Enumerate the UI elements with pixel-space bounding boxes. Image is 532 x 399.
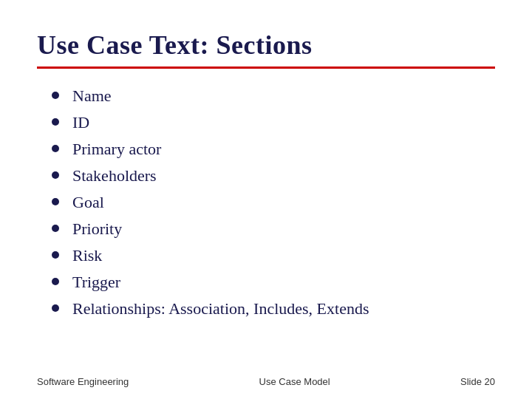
list-item: Primary actor: [52, 140, 495, 159]
footer-left: Software Engineering: [37, 376, 129, 387]
list-item: Trigger: [52, 273, 495, 292]
bullet-dot-icon: [52, 225, 59, 232]
list-item: Priority: [52, 219, 495, 239]
list-item-text: Stakeholders: [72, 166, 157, 185]
bullet-dot-icon: [52, 304, 59, 312]
list-item-text: Priority: [72, 219, 122, 239]
footer-right: Slide 20: [460, 376, 495, 387]
list-item: Relationships: Association, Includes, Ex…: [52, 299, 495, 318]
list-item-text: Trigger: [72, 273, 120, 292]
bullet-dot-icon: [52, 198, 59, 205]
slide: Use Case Text: Sections NameIDPrimary ac…: [0, 0, 532, 399]
bullet-dot-icon: [52, 145, 59, 152]
list-item-text: Risk: [72, 246, 102, 265]
footer-center: Use Case Model: [259, 376, 330, 387]
list-item: Stakeholders: [52, 166, 495, 185]
slide-footer: Software Engineering Use Case Model Slid…: [37, 376, 495, 387]
list-item-text: Primary actor: [72, 140, 161, 159]
bullet-dot-icon: [52, 251, 59, 259]
list-item-text: Relationships: Association, Includes, Ex…: [72, 299, 369, 318]
list-item-text: ID: [72, 113, 89, 132]
bullet-content: NameIDPrimary actorStakeholdersGoalPrior…: [37, 86, 495, 318]
list-item: Goal: [52, 193, 495, 212]
bullet-dot-icon: [52, 278, 59, 285]
list-item: ID: [52, 113, 495, 132]
list-item: Risk: [52, 246, 495, 265]
bullet-list: NameIDPrimary actorStakeholdersGoalPrior…: [52, 86, 495, 318]
bullet-dot-icon: [52, 171, 59, 179]
list-item-text: Goal: [72, 193, 104, 212]
bullet-dot-icon: [52, 118, 59, 126]
slide-title: Use Case Text: Sections: [37, 30, 495, 61]
bullet-dot-icon: [52, 92, 59, 99]
list-item-text: Name: [72, 86, 112, 106]
list-item: Name: [52, 86, 495, 106]
title-underline: [37, 66, 495, 69]
